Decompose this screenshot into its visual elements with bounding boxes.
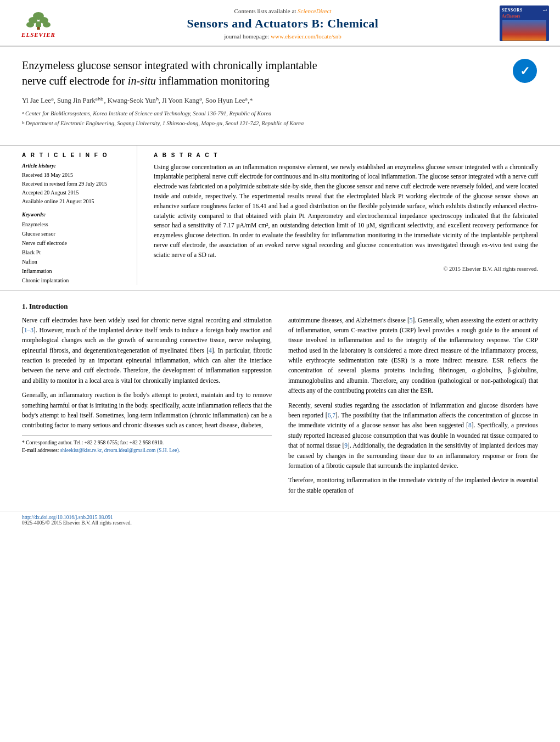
revised-date: Received in revised form 29 July 2015 xyxy=(22,180,128,188)
title-italic: in-situ xyxy=(128,75,156,87)
body-para-1: Nerve cuff electrodes have been widely u… xyxy=(22,315,272,386)
keyword-4: Black Pt xyxy=(22,248,128,257)
keyword-5: Nafion xyxy=(22,257,128,266)
ref-5[interactable]: 5 xyxy=(410,317,413,323)
elsevier-logo: ELSEVIER xyxy=(11,8,66,38)
sensors-and-text: and xyxy=(543,9,547,12)
available-date: Available online 21 August 2015 xyxy=(22,197,128,206)
abstract-heading: A B S T R A C T xyxy=(154,152,538,158)
body-col-right: autoimmune diseases, and Alzheimer's dis… xyxy=(288,315,538,500)
body-para-2: Generally, an inflammatory reaction is t… xyxy=(22,390,272,431)
article-info-abstract: A R T I C L E I N F O Article history: R… xyxy=(0,145,560,285)
body-para-4: Recently, several studies regarding the … xyxy=(288,400,538,471)
footnote-area: * Corresponding author. Tel.: +82 2 958 … xyxy=(22,435,272,455)
elsevier-tree-icon xyxy=(22,9,55,30)
article-history-title: Article history: xyxy=(22,163,128,169)
keyword-7: Chronic implantation xyxy=(22,276,128,285)
sciencedirect-line: Contents lists available at ScienceDirec… xyxy=(77,8,489,14)
issn-line: 0925-4005/© 2015 Elsevier B.V. All right… xyxy=(22,520,132,526)
article-info-col: A R T I C L E I N F O Article history: R… xyxy=(22,146,137,285)
svg-point-5 xyxy=(26,22,34,27)
body-para-3: autoimmune diseases, and Alzheimer's dis… xyxy=(288,315,538,396)
sciencedirect-link[interactable]: ScienceDirect xyxy=(298,8,331,14)
sensors-logo-text: SENSORS xyxy=(502,8,523,13)
homepage-url[interactable]: www.elsevier.com/locate/snb xyxy=(271,33,341,40)
page: ELSEVIER Contents lists available at Sci… xyxy=(0,0,560,742)
affiliation-a: a Center for BioMicrosystems, Korea Inst… xyxy=(22,109,538,118)
sciencedirect-prefix: Contents lists available at xyxy=(234,8,296,14)
svg-text:✓: ✓ xyxy=(520,64,530,78)
title-part3: inflammation monitoring xyxy=(156,75,270,87)
article-section: Enzymeless glucose sensor integrated wit… xyxy=(0,47,560,137)
sensors-actuators-image xyxy=(502,20,546,41)
authors-line: Yi Jae Leeᵃ, Sung Jin Parkᵃʰᵇ, Kwang-Seo… xyxy=(22,95,538,106)
header-center: Contents lists available at ScienceDirec… xyxy=(66,8,500,40)
actuators-logo-text: AcTuators xyxy=(502,14,520,19)
keyword-6: Inflammation xyxy=(22,266,128,276)
affiliation-b-label: b xyxy=(22,119,25,127)
body-col-left: Nerve cuff electrodes have been widely u… xyxy=(22,315,272,500)
svg-point-4 xyxy=(33,12,44,20)
abstract-text: Using glucose concentration as an inflam… xyxy=(154,163,538,260)
body-two-col: Nerve cuff electrodes have been widely u… xyxy=(22,315,538,500)
accepted-date: Accepted 20 August 2015 xyxy=(22,188,128,197)
ref-8[interactable]: 8 xyxy=(468,422,472,428)
sensors-actuators-logo: SENSORS and AcTuators xyxy=(500,5,549,41)
section1-heading: 1. Introduction xyxy=(22,302,538,311)
ref-1-3[interactable]: 1–3 xyxy=(24,327,33,333)
ref-4[interactable]: 4 xyxy=(209,347,212,354)
footnote-email-links[interactable]: shleekist@kist.re.kr, dream.ideal@gmail.… xyxy=(60,448,180,453)
journal-header: ELSEVIER Contents lists available at Sci… xyxy=(0,0,560,47)
title-part2: nerve cuff electrode for xyxy=(22,75,128,87)
svg-rect-7 xyxy=(37,27,40,30)
copyright-line: © 2015 Elsevier B.V. All rights reserved… xyxy=(154,266,538,272)
ref-9[interactable]: 9 xyxy=(344,442,348,449)
affiliation-a-label: a xyxy=(22,109,24,117)
svg-rect-1 xyxy=(36,21,41,27)
footnote-star-text: * Corresponding author. Tel.: +82 2 958 … xyxy=(22,439,272,447)
keyword-1: Enzymeless xyxy=(22,220,128,229)
keyword-3: Nerve cuff electrode xyxy=(22,238,128,248)
doi-link[interactable]: http://dx.doi.org/10.1016/j.snb.2015.08.… xyxy=(22,515,113,520)
affiliation-b-text: Department of Electronic Engineering, So… xyxy=(26,119,304,128)
abstract-col: A B S T R A C T Using glucose concentrat… xyxy=(148,146,538,285)
main-body: 1. Introduction Nerve cuff electrodes ha… xyxy=(0,291,560,511)
footnote-email-label: E-mail addresses: xyxy=(22,448,59,453)
title-part1: Enzymeless glucose sensor integrated wit… xyxy=(22,59,317,71)
journal-title: Sensors and Actuators B: Chemical xyxy=(77,16,489,31)
journal-homepage: journal homepage: www.elsevier.com/locat… xyxy=(77,33,489,40)
article-info-heading: A R T I C L E I N F O xyxy=(22,152,128,158)
homepage-prefix: journal homepage: xyxy=(224,33,269,40)
received-date: Received 18 May 2015 xyxy=(22,171,128,180)
ref-6-7[interactable]: 6,7 xyxy=(328,412,335,419)
footnote-email-text: E-mail addresses: shleekist@kist.re.kr, … xyxy=(22,447,272,454)
affiliation-b: b Department of Electronic Engineering, … xyxy=(22,119,538,128)
elsevier-label: ELSEVIER xyxy=(21,31,55,38)
svg-point-6 xyxy=(43,22,51,27)
keyword-2: Glucose sensor xyxy=(22,229,128,238)
crossmark-logo: ✓ xyxy=(512,58,538,86)
affiliation-a-text: Center for BioMicrosystems, Korea Instit… xyxy=(25,109,271,118)
article-title: Enzymeless glucose sensor integrated wit… xyxy=(22,58,512,88)
article-title-area: Enzymeless glucose sensor integrated wit… xyxy=(22,58,538,88)
body-para-5: Therefore, monitoring inflammation in th… xyxy=(288,475,538,495)
keywords-title: Keywords: xyxy=(22,211,128,217)
affiliations: a Center for BioMicrosystems, Korea Inst… xyxy=(22,109,538,128)
bottom-bar: http://dx.doi.org/10.1016/j.snb.2015.08.… xyxy=(0,511,560,529)
